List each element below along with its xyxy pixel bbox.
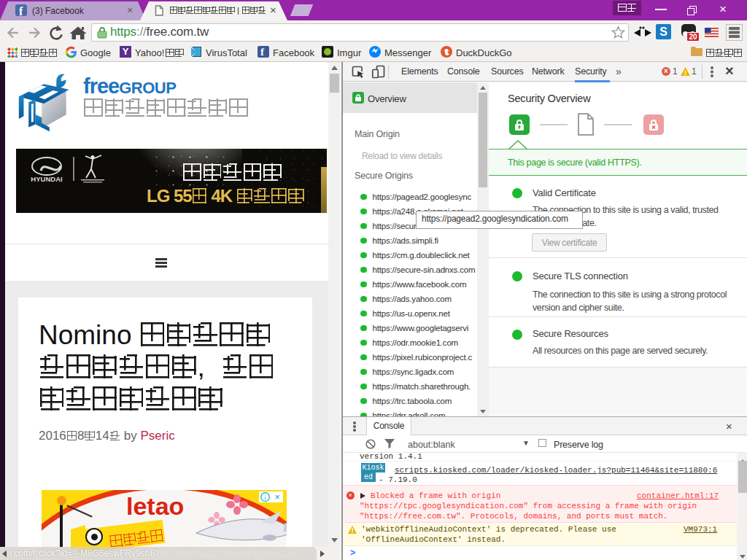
svg-text:HYUNDAI: HYUNDAI (31, 175, 62, 183)
svg-text:i: i (264, 494, 266, 501)
svg-text:!: ! (684, 69, 686, 77)
